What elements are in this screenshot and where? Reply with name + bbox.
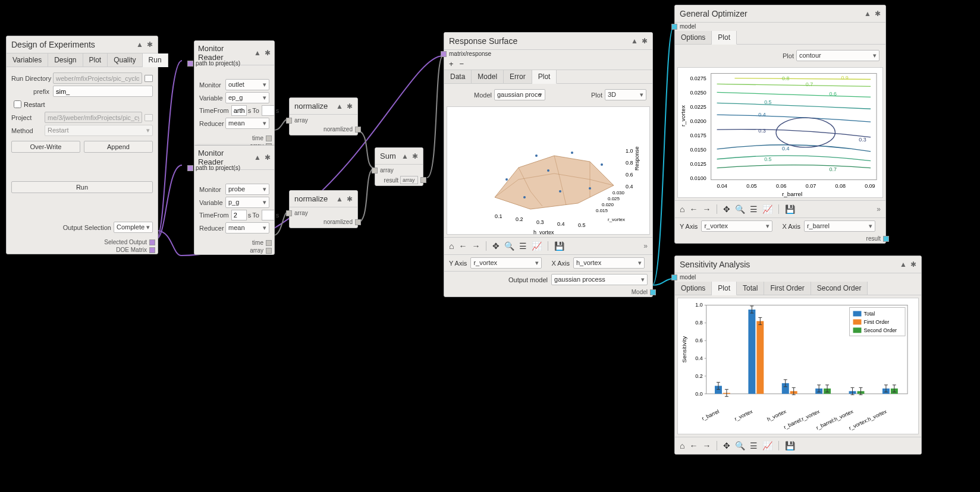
run-icon[interactable]: ✱ (347, 102, 353, 111)
minus-icon[interactable]: − (460, 59, 464, 68)
sa-tab-total[interactable]: Total (737, 282, 764, 295)
rs-matrix-port[interactable] (441, 51, 447, 57)
run-icon[interactable]: ✱ (910, 260, 916, 269)
prefix-input[interactable] (53, 86, 153, 97)
norm1-title-bar[interactable]: normalize▲✱ (290, 98, 357, 115)
rs-plot-type-select[interactable]: 3D (605, 89, 646, 100)
norm2-array-in-port[interactable] (286, 210, 292, 216)
warn-icon[interactable]: ▲ (254, 49, 261, 57)
folder-icon[interactable] (145, 114, 153, 121)
sa-tab-plot[interactable]: Plot (712, 282, 737, 295)
restart-checkbox[interactable] (14, 100, 21, 108)
tab-plot[interactable]: Plot (83, 53, 108, 67)
mr2-to-input[interactable] (262, 210, 275, 220)
go-yaxis-select[interactable]: r_vortex (701, 220, 772, 232)
home-icon[interactable]: ⌂ (680, 204, 684, 214)
run-icon[interactable]: ✱ (642, 37, 648, 45)
sum-array-in-port[interactable] (372, 168, 378, 174)
go-xaxis-select[interactable]: r_barrel (804, 220, 875, 232)
run-icon[interactable]: ✱ (265, 153, 271, 162)
move-icon[interactable]: ✥ (492, 241, 500, 251)
tab-quality[interactable]: Quality (108, 53, 142, 67)
warn-icon[interactable]: ▲ (401, 152, 409, 160)
norm1-array-in-port[interactable] (286, 118, 292, 124)
mr2-array-port[interactable] (266, 248, 272, 254)
selected-output-port[interactable] (149, 239, 155, 245)
sa-tab-options[interactable]: Options (675, 282, 712, 295)
rs-tab-data[interactable]: Data (444, 70, 472, 83)
save-icon[interactable]: 💾 (554, 241, 564, 251)
warn-icon[interactable]: ▲ (136, 40, 143, 49)
mr1-path-port[interactable] (187, 61, 193, 67)
sum-title-bar[interactable]: Sum▲✱ (375, 148, 423, 165)
go-title-bar[interactable]: General Optimizer▲✱ (675, 5, 885, 23)
project-input[interactable] (45, 112, 142, 123)
expand-icon[interactable]: » (643, 242, 648, 250)
warn-icon[interactable]: ▲ (254, 153, 261, 162)
sa-tab-first[interactable]: First Order (764, 282, 811, 295)
home-icon[interactable]: ⌂ (680, 441, 684, 450)
mr1-from-input[interactable] (231, 105, 247, 116)
tab-design[interactable]: Design (48, 53, 83, 67)
mr1-time-port[interactable] (266, 135, 272, 141)
chart-icon[interactable]: 📈 (762, 204, 772, 214)
go-result-port[interactable] (883, 236, 889, 242)
go-contour-chart[interactable]: 0.3 0.3 0.4 0.4 0.5 0.5 0.6 0.7 0.7 0.8 … (677, 67, 883, 198)
sliders-icon[interactable]: ☰ (750, 204, 758, 214)
go-tab-options[interactable]: Options (675, 31, 712, 44)
back-icon[interactable]: ← (689, 441, 698, 450)
chart-icon[interactable]: 📈 (532, 241, 542, 251)
zoom-icon[interactable]: 🔍 (504, 241, 514, 251)
tab-run[interactable]: Run (143, 53, 168, 67)
rs-output-model-select[interactable]: gaussian process (551, 274, 648, 285)
warn-icon[interactable]: ▲ (336, 195, 343, 203)
mr1-reducer-select[interactable]: mean (225, 118, 269, 129)
run-icon[interactable]: ✱ (412, 152, 418, 160)
sa-tab-second[interactable]: Second Order (811, 282, 868, 295)
go-plot-type-select[interactable]: contour (796, 50, 880, 61)
plus-icon[interactable]: + (449, 59, 454, 68)
home-icon[interactable]: ⌂ (449, 241, 454, 251)
back-icon[interactable]: ← (689, 204, 698, 214)
move-icon[interactable]: ✥ (723, 441, 730, 450)
norm1-out-port[interactable] (355, 127, 361, 133)
zoom-icon[interactable]: 🔍 (735, 441, 745, 450)
run-dir-input[interactable] (53, 72, 142, 84)
sliders-icon[interactable]: ☰ (750, 441, 758, 450)
rs-tab-model[interactable]: Model (472, 70, 504, 83)
mr1-to-input[interactable] (262, 105, 275, 116)
expand-icon[interactable]: » (877, 205, 881, 213)
zoom-icon[interactable]: 🔍 (735, 204, 745, 214)
rs-model-port[interactable] (650, 289, 656, 295)
sa-title-bar[interactable]: Sensitivity Analysis▲✱ (675, 256, 921, 273)
mr2-from-input[interactable] (231, 210, 247, 220)
sa-model-port[interactable] (671, 275, 677, 280)
method-select[interactable]: Restart (45, 125, 153, 136)
forward-icon[interactable]: → (472, 241, 480, 251)
rs-model-select[interactable]: gaussian proce (494, 89, 545, 100)
forward-icon[interactable]: → (702, 441, 711, 450)
mr2-reducer-select[interactable]: mean (225, 222, 269, 234)
warn-icon[interactable]: ▲ (336, 102, 343, 111)
run-icon[interactable]: ✱ (147, 40, 153, 49)
mr1-variable-select[interactable]: ep_g (225, 92, 269, 103)
doe-matrix-port[interactable] (149, 247, 155, 253)
run-button[interactable]: Run (11, 181, 153, 193)
tab-variables[interactable]: Variables (7, 53, 48, 67)
run-icon[interactable]: ✱ (875, 10, 881, 18)
back-icon[interactable]: ← (458, 241, 467, 251)
norm2-out-port[interactable] (355, 219, 361, 225)
rs-tab-error[interactable]: Error (504, 70, 532, 83)
rs-yaxis-select[interactable]: r_vortex (470, 257, 542, 269)
overwrite-button[interactable]: Over-Write (11, 141, 80, 153)
chart-icon[interactable]: 📈 (762, 441, 772, 450)
mr2-time-port[interactable] (266, 240, 272, 246)
sa-bar-chart[interactable]: 0.00.20.40.60.81.0Sensitivityr_barrelr_v… (677, 298, 919, 434)
save-icon[interactable]: 💾 (785, 204, 795, 214)
mr2-variable-select[interactable]: p_g (225, 197, 269, 208)
go-model-port[interactable] (671, 24, 677, 30)
mr1-monitor-select[interactable]: outlet (225, 79, 269, 90)
mr2-path-port[interactable] (187, 165, 193, 171)
rs-tab-plot[interactable]: Plot (532, 70, 557, 84)
append-button[interactable]: Append (84, 141, 153, 153)
